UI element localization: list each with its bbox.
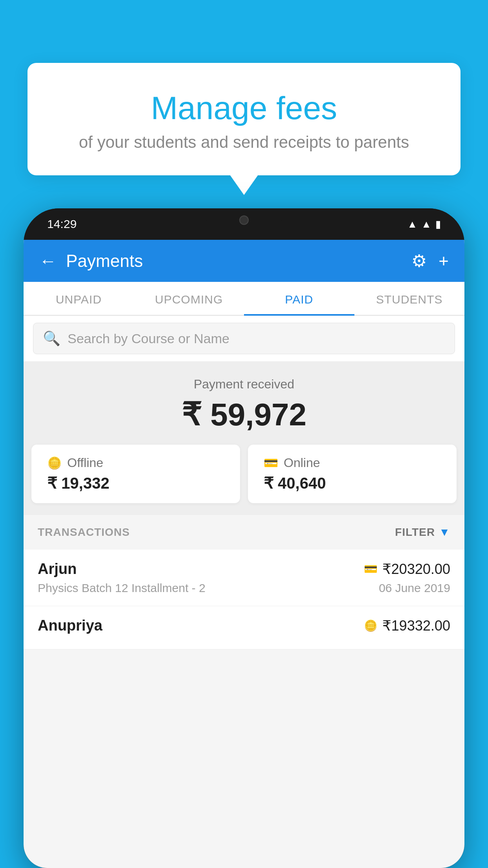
app-content: ← Payments ⚙ + UNPAID UPCOMING PAID STUD…	[24, 240, 464, 868]
table-row[interactable]: Arjun 💳 ₹20320.00 Physics Batch 12 Insta…	[24, 550, 464, 606]
online-icon: 💳	[264, 456, 278, 470]
payment-total-amount: ₹ 59,972	[31, 396, 457, 433]
payment-summary: Payment received ₹ 59,972 🪙 Offline ₹ 19…	[24, 361, 464, 515]
header-left: ← Payments	[39, 251, 143, 271]
search-input[interactable]: Search by Course or Name	[68, 331, 229, 346]
transaction-amount-1: ₹20320.00	[382, 561, 450, 577]
payment-received-label: Payment received	[31, 377, 457, 392]
camera	[239, 215, 249, 225]
time-display: 14:29	[47, 217, 77, 231]
tab-paid[interactable]: PAID	[244, 282, 354, 315]
tooltip-card: Manage fees of your students and send re…	[28, 63, 460, 175]
battery-icon: ▮	[435, 218, 441, 230]
transaction-amount-2: ₹19332.00	[382, 618, 450, 634]
transaction-amount-wrap-2: 🪙 ₹19332.00	[364, 618, 450, 634]
offline-amount: ₹ 19,332	[47, 474, 109, 492]
online-payment-card: 💳 Online ₹ 40,640	[248, 445, 457, 503]
transaction-name-2: Anupriya	[38, 617, 103, 634]
transactions-label: TRANSACTIONS	[38, 526, 130, 539]
online-label: Online	[284, 456, 320, 470]
filter-icon: ▼	[439, 526, 450, 539]
header-right: ⚙ +	[411, 251, 449, 271]
page-title: Payments	[66, 251, 143, 271]
status-bar: 14:29 ▲ ▲ ▮	[24, 208, 464, 240]
tab-students[interactable]: STUDENTS	[354, 282, 465, 315]
transaction-date-1: 06 June 2019	[379, 581, 450, 595]
notch	[205, 208, 283, 232]
transaction-course-1: Physics Batch 12 Installment - 2	[38, 581, 205, 595]
tooltip-title: Manage fees	[51, 90, 437, 126]
tab-upcoming[interactable]: UPCOMING	[134, 282, 244, 315]
online-payment-icon-1: 💳	[364, 563, 378, 576]
offline-icon: 🪙	[47, 456, 62, 470]
transaction-amount-wrap-1: 💳 ₹20320.00	[364, 561, 450, 577]
transaction-name-1: Arjun	[38, 561, 77, 577]
search-icon: 🔍	[43, 330, 61, 347]
settings-icon[interactable]: ⚙	[411, 251, 427, 271]
search-container: 🔍 Search by Course or Name	[24, 316, 464, 361]
transaction-bottom-1: Physics Batch 12 Installment - 2 06 June…	[38, 581, 450, 595]
filter-button[interactable]: FILTER ▼	[395, 526, 450, 539]
app-header: ← Payments ⚙ +	[24, 240, 464, 282]
payment-cards: 🪙 Offline ₹ 19,332 💳 Online ₹ 40,640	[31, 445, 457, 503]
transactions-header: TRANSACTIONS FILTER ▼	[24, 515, 464, 550]
online-amount: ₹ 40,640	[264, 474, 326, 492]
tab-unpaid[interactable]: UNPAID	[24, 282, 134, 315]
table-row[interactable]: Anupriya 🪙 ₹19332.00	[24, 606, 464, 649]
offline-payment-icon-2: 🪙	[364, 619, 378, 632]
offline-label: Offline	[67, 456, 103, 470]
transaction-top-2: Anupriya 🪙 ₹19332.00	[38, 617, 450, 634]
filter-label: FILTER	[395, 526, 435, 539]
online-card-header: 💳 Online	[264, 456, 320, 470]
transaction-top-1: Arjun 💳 ₹20320.00	[38, 561, 450, 577]
back-button[interactable]: ←	[39, 251, 57, 271]
phone-shell: 14:29 ▲ ▲ ▮ ← Payments ⚙ + UNPAID	[24, 208, 464, 868]
tooltip-subtitle: of your students and send receipts to pa…	[51, 133, 437, 152]
status-icons: ▲ ▲ ▮	[407, 218, 441, 230]
tabs-bar: UNPAID UPCOMING PAID STUDENTS	[24, 282, 464, 316]
wifi-icon: ▲	[407, 218, 418, 230]
offline-card-header: 🪙 Offline	[47, 456, 103, 470]
offline-payment-card: 🪙 Offline ₹ 19,332	[31, 445, 240, 503]
add-icon[interactable]: +	[438, 251, 449, 271]
signal-icon: ▲	[421, 218, 431, 230]
search-bar[interactable]: 🔍 Search by Course or Name	[33, 323, 455, 354]
